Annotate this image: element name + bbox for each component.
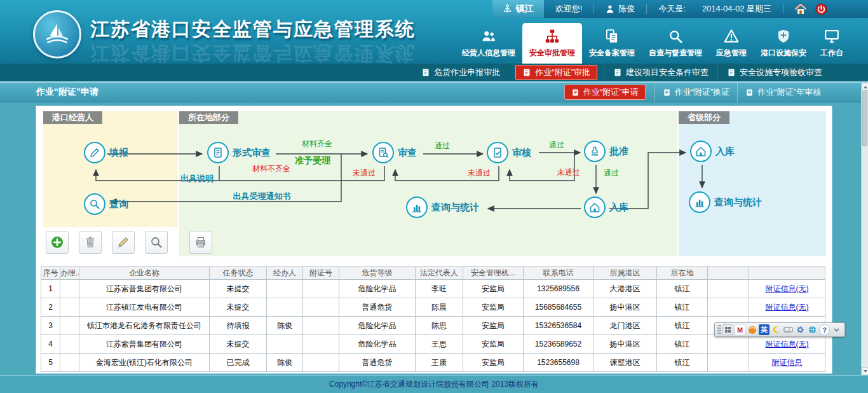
table-cell: 15685684655 [524, 298, 593, 317]
subnav-label: 危货作业申报审批 [434, 67, 500, 78]
table-cell: 安监局 [463, 335, 524, 354]
tab-cert-renew[interactable]: 作业“附证”换证 [654, 83, 738, 102]
grip-handle[interactable] [717, 325, 721, 334]
table-row[interactable]: 2江苏镇江发电有限公司未提交普通危货陈晨安监局15685684655扬中港区镇江… [41, 298, 825, 317]
user-icon [606, 4, 614, 13]
table-cell [303, 335, 339, 354]
globe-icon[interactable] [807, 324, 818, 335]
collapse-arrow-icon[interactable] [831, 324, 842, 335]
nav-item-safety-filing[interactable]: 安全备案管理 [582, 24, 642, 64]
add-button[interactable] [46, 231, 69, 254]
table-cell [708, 280, 749, 298]
welcome-label: 欢迎您! [555, 3, 583, 15]
welcome-group: 欢迎您! [544, 4, 594, 14]
subnav-label: 作业“附证”审批 [535, 67, 590, 78]
grid-icon[interactable] [722, 324, 733, 335]
chinese-english-toggle-icon[interactable]: 英 [759, 324, 770, 335]
table-cell: 3 [41, 317, 60, 335]
table-row[interactable]: 5金海宏业(镇江)石化有限公司已完成陈俊普通危货王康安监局1523655698谏… [41, 354, 825, 372]
flow-node-audit: 审核 [487, 142, 531, 163]
cert-info-link[interactable]: 附证信息(无) [766, 284, 809, 293]
m-browser-icon[interactable]: M [735, 324, 745, 335]
column-header: 所属港区 [593, 267, 657, 280]
scroll-down-button[interactable] [862, 367, 868, 375]
cert-info-link[interactable]: 附证信息(无) [766, 340, 809, 348]
subnav-attached-cert-approval[interactable]: 作业“附证”审批 [515, 65, 597, 80]
tab-label: 作业“附证”换证 [675, 86, 730, 98]
edit-pencil-icon [116, 235, 130, 249]
print-button[interactable] [189, 231, 212, 254]
table-cell: 附证信息 [749, 354, 825, 372]
search-icon [84, 193, 105, 215]
table-cell: 谏壁港区 [593, 354, 657, 372]
scrollbar-thumb[interactable] [862, 92, 867, 146]
nav-item-self-inspection[interactable]: 自查与督查管理 [642, 24, 709, 64]
table-cell: 镇江 [657, 335, 708, 354]
column-header: 联系电话 [524, 267, 593, 280]
column-header: 安全管理机... [463, 267, 524, 280]
subnav-facility-acceptance-review[interactable]: 安全设施专项验收审查 [717, 64, 831, 81]
quick-icons [783, 4, 839, 14]
edge-label-fail: 未通过 [353, 168, 376, 179]
page-title: 作业“附证”申请 [36, 86, 98, 98]
language-bar[interactable]: M 英 ? [714, 322, 845, 337]
nav-item-emergency[interactable]: 应急管理 [709, 24, 754, 64]
column-header: 危货等级 [339, 267, 416, 280]
table-cell: 15236589652 [524, 335, 593, 354]
edit-button[interactable] [112, 231, 135, 254]
main-navigation: 经营人信息管理 安全审批管理 安全备案管理 [455, 23, 850, 64]
home-icon [584, 197, 606, 218]
page-bar: 作业“附证”申请 作业“附证”申请 作业“附证”换证 作业“附证”年审核 [0, 81, 868, 102]
keyboard-icon[interactable] [783, 324, 794, 335]
home-icon[interactable] [795, 4, 806, 15]
table-cell: 王康 [416, 354, 463, 372]
table-cell [267, 335, 303, 354]
pencil-icon [84, 142, 105, 163]
gear-icon[interactable] [795, 324, 806, 335]
cert-info-link[interactable]: 附证信息(无) [766, 303, 809, 312]
table-cell: 陈思 [416, 317, 463, 335]
logout-power-icon[interactable] [815, 3, 827, 15]
delete-button[interactable] [79, 231, 102, 254]
flow-node-approve: 批准 [584, 141, 628, 162]
nav-label: 工作台 [820, 48, 843, 59]
home-icon [690, 141, 712, 162]
table-cell: 未提交 [210, 280, 267, 298]
search-button[interactable] [145, 231, 168, 254]
table-cell: 1 [41, 280, 60, 298]
orange-ball-icon[interactable] [747, 324, 757, 335]
table-cell: 附证信息(无) [749, 298, 825, 317]
table-cell [303, 354, 339, 372]
nav-item-operator-info[interactable]: 经营人信息管理 [455, 24, 522, 64]
moon-icon[interactable] [771, 324, 782, 335]
nav-item-facility-security[interactable]: 港口设施保安 [754, 24, 813, 64]
table-cell [267, 280, 303, 298]
column-header: 企业名称 [79, 267, 210, 280]
scroll-up-button[interactable] [862, 83, 868, 91]
table-row[interactable]: 3镇江市港龙石化港务有限责任公司待填报陈俊危险化学品陈思安监局153265365… [41, 317, 825, 335]
tab-cert-annual-review[interactable]: 作业“附证”年审核 [737, 83, 829, 102]
cert-info-link[interactable]: 附证信息 [772, 358, 803, 367]
edge-label-issue-note: 出具说明 [180, 173, 214, 184]
table-cell: 安监局 [463, 317, 524, 335]
help-icon[interactable]: ? [819, 324, 830, 335]
document-magnifier-icon [372, 142, 394, 163]
tab-cert-apply[interactable]: 作业“附证”申请 [564, 85, 646, 100]
edge-label-issue-notice: 出具受理通知书 [233, 191, 291, 202]
table-cell [267, 298, 303, 317]
nav-item-workbench[interactable]: 工作台 [813, 24, 850, 64]
table-row[interactable]: 4江苏索普集团有限公司未提交危险化学品王思安监局15236589652扬中港区镇… [41, 335, 825, 354]
table-cell [303, 280, 339, 298]
table-cell [708, 354, 749, 372]
vertical-scrollbar[interactable] [861, 83, 868, 375]
column-header: 所在地 [657, 267, 708, 280]
app-logo [33, 10, 81, 59]
table-row[interactable]: 1江苏索普集团有限公司未提交危险化学品李旺安监局1325689556大港港区镇江… [41, 280, 825, 298]
nav-label: 港口设施保安 [761, 48, 806, 59]
nav-item-safety-approval[interactable]: 安全审批管理 [522, 23, 582, 64]
edge-label-fail: 未通过 [468, 168, 491, 179]
table-cell: 危险化学品 [339, 335, 416, 354]
subnav-construction-safety-review[interactable]: 建设项目安全条件审查 [604, 64, 717, 81]
records-table: 序号办理...企业名称任务状态经办人附证号危货等级法定代表人安全管理机...联系… [41, 266, 825, 372]
subnav-dangerous-goods-approval[interactable]: 危货作业申报审批 [412, 64, 509, 81]
